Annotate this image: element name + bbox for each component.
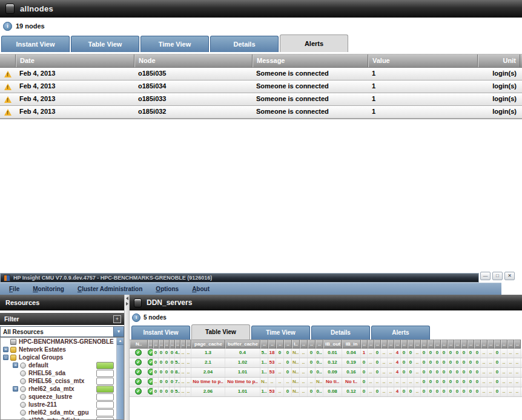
tab[interactable]: Time View bbox=[140, 36, 209, 52]
tree-item[interactable]: + default bbox=[1, 361, 124, 369]
metrics-column-header[interactable]: .. bbox=[268, 340, 276, 349]
metrics-row[interactable]: ✓✓00005......2.11.021..53..0N....00..0.1… bbox=[130, 358, 522, 368]
metrics-column-header[interactable]: .. bbox=[401, 340, 408, 349]
resource-filter-select[interactable]: All Resources ▼ bbox=[0, 326, 124, 337]
tab[interactable]: Instant View bbox=[131, 326, 190, 340]
collapse-left-icon[interactable] bbox=[126, 297, 128, 300]
main-titlebar[interactable]: HP Insight CMU V7.0.9.dev.4757 - HPC-BEN… bbox=[0, 273, 479, 283]
metrics-column-header[interactable]: .. bbox=[428, 340, 434, 349]
metrics-column-header[interactable]: IB_in bbox=[342, 340, 361, 349]
metrics-column-header[interactable]: I.. bbox=[292, 340, 300, 349]
tree-item[interactable]: RHEL56_sda bbox=[1, 369, 124, 377]
metrics-column-header[interactable]: .. bbox=[448, 340, 454, 349]
metrics-column-header[interactable]: .. bbox=[300, 340, 308, 349]
alerts-column-header[interactable]: Unit bbox=[478, 54, 520, 67]
alert-row[interactable]: Feb 4, 2013o185i032Someone is connected1… bbox=[0, 106, 522, 119]
metrics-column-header[interactable]: .. bbox=[494, 340, 501, 349]
expander-icon[interactable]: + bbox=[3, 347, 8, 352]
expander-icon[interactable]: - bbox=[3, 355, 8, 360]
metrics-column-header[interactable]: .. bbox=[421, 340, 428, 349]
tree-item[interactable]: HPC-BENCHMARKS-GRENOBLE bbox=[1, 338, 124, 346]
tab[interactable]: Alerts bbox=[280, 34, 348, 52]
tree-item[interactable]: - Logical Groups bbox=[1, 353, 124, 361]
metrics-column-header[interactable]: .. bbox=[414, 340, 421, 349]
menu-cluster-administration[interactable]: Cluster Administration bbox=[71, 286, 149, 292]
metrics-column-header[interactable]: IB_out bbox=[323, 340, 342, 349]
metrics-column-header[interactable]: .. bbox=[461, 340, 467, 349]
maximize-button[interactable]: □ bbox=[492, 272, 503, 280]
tree-item[interactable]: lustre-211 bbox=[1, 401, 124, 409]
metrics-column-header[interactable]: .. bbox=[441, 340, 448, 349]
tree-item[interactable]: squeeze_lustre bbox=[1, 393, 124, 401]
metrics-column-header[interactable]: N.. bbox=[130, 340, 148, 349]
alerts-column-header[interactable]: Value bbox=[368, 54, 478, 67]
minimize-button[interactable]: — bbox=[480, 272, 491, 280]
metrics-column-header[interactable]: .. bbox=[481, 340, 487, 349]
tab[interactable]: Table View bbox=[71, 36, 139, 52]
metrics-column-header[interactable]: .. bbox=[434, 340, 441, 349]
metrics-column-header[interactable]: .. bbox=[316, 340, 323, 349]
metrics-column-header[interactable]: page_cache bbox=[191, 340, 225, 349]
metrics-column-header[interactable]: .. bbox=[284, 340, 292, 349]
tree-item[interactable]: sl390_mtx_2disks bbox=[1, 416, 124, 420]
metrics-column-header[interactable]: .. bbox=[260, 340, 268, 349]
metrics-column-header[interactable]: .. bbox=[408, 340, 414, 349]
metrics-column-header[interactable]: .. bbox=[474, 340, 481, 349]
metrics-column-header[interactable]: .. bbox=[454, 340, 461, 349]
alerts-column-header[interactable]: Message bbox=[253, 54, 368, 67]
tab[interactable]: Details bbox=[311, 326, 370, 340]
tree-item[interactable]: RHEL56_cciss_mtx bbox=[1, 377, 124, 385]
filter-expand-icon[interactable]: + bbox=[113, 315, 121, 323]
metrics-column-header[interactable]: .. bbox=[276, 340, 284, 349]
alert-row[interactable]: Feb 4, 2013o185i035Someone is connected1… bbox=[0, 68, 522, 80]
tree-scrollbar-thumb[interactable] bbox=[117, 344, 124, 419]
metrics-column-header[interactable]: .. bbox=[374, 340, 381, 349]
metrics-column-header[interactable]: .. bbox=[175, 340, 180, 349]
metrics-column-header[interactable]: .. bbox=[467, 340, 474, 349]
metrics-column-header[interactable]: .. bbox=[381, 340, 388, 349]
metrics-column-header[interactable]: .. bbox=[164, 340, 170, 349]
panel-splitter[interactable] bbox=[124, 295, 130, 420]
tree-item[interactable]: + rhel62_sda_mtx bbox=[1, 385, 124, 393]
expander-icon[interactable]: + bbox=[13, 363, 18, 368]
expander-icon[interactable]: + bbox=[13, 386, 18, 392]
collapse-right-icon[interactable] bbox=[126, 302, 128, 306]
metrics-column-header[interactable]: .. bbox=[394, 340, 401, 349]
metrics-column-header[interactable]: .. bbox=[388, 340, 394, 349]
tab[interactable]: Instant View bbox=[1, 36, 70, 52]
metrics-column-header[interactable]: .. bbox=[487, 340, 494, 349]
menu-file[interactable]: File bbox=[2, 286, 26, 292]
metrics-column-header[interactable]: .. bbox=[180, 340, 186, 349]
tab[interactable]: Details bbox=[210, 36, 279, 52]
metrics-column-header[interactable]: .. bbox=[514, 340, 521, 349]
metrics-column-header[interactable]: .. bbox=[170, 340, 175, 349]
tab[interactable]: Time View bbox=[251, 326, 310, 340]
metrics-column-header[interactable]: .. bbox=[186, 340, 191, 349]
metrics-row[interactable]: ✓✓00008......2.041.011..53..0N....00..0.… bbox=[130, 368, 522, 378]
tree-item[interactable]: + Network Estates bbox=[1, 346, 124, 353]
alert-row[interactable]: Feb 4, 2013o185i033Someone is connected1… bbox=[0, 93, 522, 106]
metrics-column-header[interactable]: .. bbox=[507, 340, 514, 349]
metrics-column-header[interactable]: .. bbox=[308, 340, 316, 349]
tree-item[interactable]: rhel62_sda_mtx_gpu bbox=[1, 409, 124, 416]
metrics-column-header[interactable]: .. bbox=[148, 340, 153, 349]
menu-monitoring[interactable]: Monitoring bbox=[26, 286, 71, 292]
metrics-column-header[interactable]: .. bbox=[501, 340, 507, 349]
tab[interactable]: Alerts bbox=[371, 326, 430, 340]
metrics-column-header[interactable]: .. bbox=[361, 340, 368, 349]
chevron-down-icon[interactable]: ▼ bbox=[113, 327, 124, 336]
alerts-column-header[interactable]: Node bbox=[134, 54, 253, 67]
splitter-arrows-icon[interactable] bbox=[125, 297, 129, 306]
metrics-column-header[interactable]: .. bbox=[368, 340, 374, 349]
menu-options[interactable]: Options bbox=[149, 286, 185, 292]
metrics-row[interactable]: ✓✓..0007......No time to p..No time to p… bbox=[130, 378, 522, 387]
metrics-column-header[interactable]: .. bbox=[153, 340, 159, 349]
alert-icon-column-header[interactable] bbox=[0, 54, 16, 67]
alerts-column-header[interactable]: Date bbox=[16, 54, 134, 67]
metrics-column-header[interactable]: .. bbox=[159, 340, 164, 349]
close-button[interactable]: ✕ bbox=[504, 272, 515, 280]
menu-about[interactable]: About bbox=[185, 286, 216, 292]
tree-scrollbar[interactable]: ▲ bbox=[116, 338, 124, 419]
metrics-row[interactable]: ✓✓00004......1.30.45..1800N....00..0.010… bbox=[130, 349, 522, 358]
metrics-row[interactable]: ✓✓00005......2.061.011..53..0N....00..0.… bbox=[130, 387, 522, 397]
